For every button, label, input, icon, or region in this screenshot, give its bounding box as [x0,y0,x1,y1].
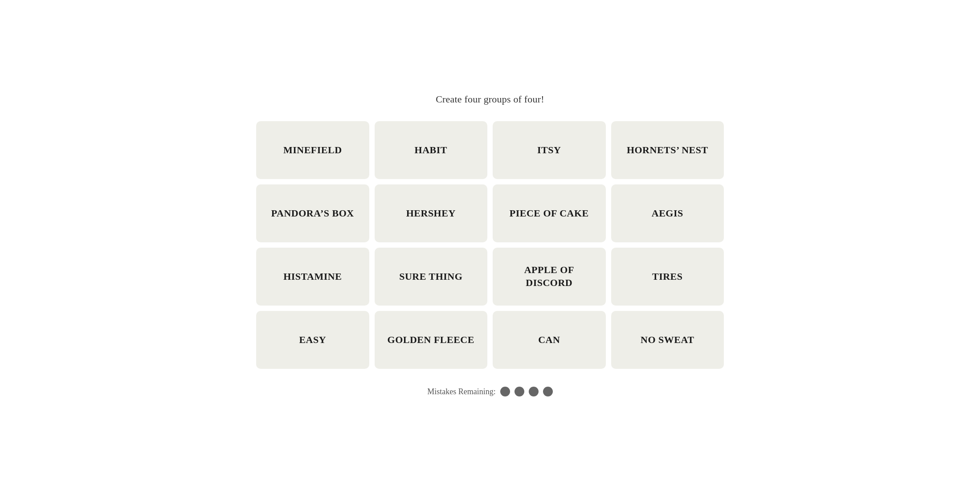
grid-cell-aegis[interactable]: AEGIS [611,184,724,242]
cell-label-habit: HABIT [415,144,447,157]
mistake-dot-1 [500,387,510,396]
cell-label-sure-thing: SURE THING [399,270,462,283]
grid-cell-can[interactable]: CAN [493,311,606,369]
mistake-dot-3 [529,387,539,396]
mistakes-label: Mistakes Remaining: [427,387,495,396]
grid-cell-hornets-nest[interactable]: HORNETS’ NEST [611,121,724,179]
grid-cell-histamine[interactable]: HISTAMINE [256,248,369,306]
grid-cell-golden-fleece[interactable]: GOLDEN FLEECE [375,311,488,369]
cell-label-piece-of-cake: PIECE OF CAKE [510,207,589,220]
cell-label-aegis: AEGIS [652,207,683,220]
grid-cell-no-sweat[interactable]: NO SWEAT [611,311,724,369]
word-grid: MINEFIELDHABITITSYHORNETS’ NESTPANDORA’S… [256,121,724,369]
grid-cell-easy[interactable]: EASY [256,311,369,369]
cell-label-histamine: HISTAMINE [283,270,342,283]
grid-cell-minefield[interactable]: MINEFIELD [256,121,369,179]
mistake-dot-4 [543,387,553,396]
cell-label-easy: EASY [299,334,326,347]
cell-label-golden-fleece: GOLDEN FLEECE [388,334,474,347]
cell-label-can: CAN [538,334,560,347]
grid-cell-piece-of-cake[interactable]: PIECE OF CAKE [493,184,606,242]
grid-cell-apple-of-discord[interactable]: APPLE OF DISCORD [493,248,606,306]
cell-label-pandoras-box: PANDORA’S BOX [271,207,354,220]
page-container: Create four groups of four! MINEFIELDHAB… [245,94,735,396]
grid-cell-tires[interactable]: TIRES [611,248,724,306]
grid-cell-hershey[interactable]: HERSHEY [375,184,488,242]
cell-label-itsy: ITSY [537,144,561,157]
mistake-dot-2 [514,387,524,396]
grid-cell-pandoras-box[interactable]: PANDORA’S BOX [256,184,369,242]
cell-label-minefield: MINEFIELD [283,144,342,157]
cell-label-tires: TIRES [652,270,683,283]
grid-cell-sure-thing[interactable]: SURE THING [375,248,488,306]
cell-label-apple-of-discord: APPLE OF DISCORD [500,264,599,289]
cell-label-hornets-nest: HORNETS’ NEST [627,144,708,157]
cell-label-hershey: HERSHEY [406,207,456,220]
mistakes-row: Mistakes Remaining: [427,387,552,396]
grid-cell-habit[interactable]: HABIT [375,121,488,179]
cell-label-no-sweat: NO SWEAT [641,334,694,347]
subtitle: Create four groups of four! [436,94,544,105]
grid-cell-itsy[interactable]: ITSY [493,121,606,179]
